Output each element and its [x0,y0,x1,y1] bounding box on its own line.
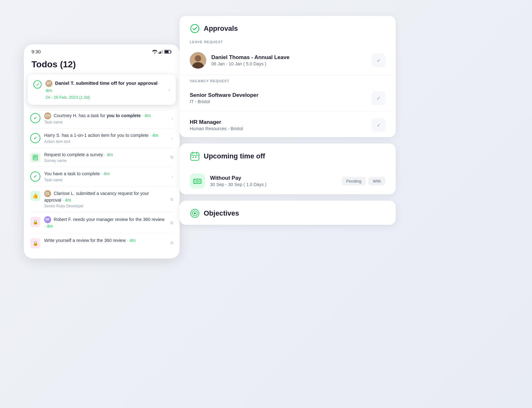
survey-icon [30,152,40,163]
approvals-card: Approvals LEAVE REQUEST Daniel Thomas - … [180,16,396,137]
elevated-todo-meta: 24 - 26 Feb, 2023 (1.0d) [45,95,165,100]
todo-content: CH Courtney H. has a task for you to com… [44,112,168,124]
approve-vacancy-1-button[interactable]: ✓ [372,91,385,105]
timeoff-actions: Pending With [342,177,385,185]
svg-point-28 [194,212,196,215]
signal-icon [159,50,163,54]
todo-title: CL Clarisse L. submitted a vacancy reque… [44,190,167,204]
todo-item[interactable]: 👍 CL Clarisse L. submitted a vacancy req… [30,186,173,213]
svg-point-23 [196,180,199,183]
todo-title: Write yourself a review for the 360 revi… [44,237,167,244]
timeoff-type: Without Pay [210,175,337,181]
todo-content: CL Clarisse L. submitted a vacancy reque… [44,190,167,209]
approval-detail: 06 Jan - 10 Jan ( 5.0 Days ) [211,61,366,66]
timeoff-title: Upcoming time off [204,152,265,160]
vacancy-detail-1: IT - Bristol [190,99,372,104]
svg-rect-1 [159,52,160,54]
check-circle-icon [30,171,40,182]
divider [180,75,396,75]
chevron-icon: › [172,174,173,179]
target-icon [190,208,200,218]
svg-rect-20 [193,157,194,158]
elevated-todo-title: DT Daniel T. submitted time off for your… [45,80,165,94]
todo-title: You have a task to complete · 4m [44,171,168,177]
approvals-title: Approvals [204,24,238,33]
right-panel: Approvals LEAVE REQUEST Daniel Thomas - … [180,16,396,231]
check-circle-icon [30,113,40,123]
todo-subtitle: Task name [44,120,168,124]
todo-item[interactable]: Request to complete a survey · 4m Survey… [30,148,173,167]
svg-rect-3 [161,50,162,54]
todo-content: Request to complete a survey · 4m Survey… [44,152,167,163]
lock2-icon: 🔒 [30,238,40,248]
calendar-icon [190,151,200,161]
todo-subtitle: Action item text [44,139,168,144]
todo-item-elevated[interactable]: DT Daniel T. submitted time off for your… [28,75,176,105]
wifi-icon [152,50,157,54]
pending-badge: Pending [342,177,366,185]
objectives-title: Objectives [204,209,239,217]
todo-content: You have a task to complete · 4m Task na… [44,171,168,182]
todo-subtitle: Task name [44,178,168,182]
approvals-check-icon [190,24,199,33]
todo-subtitle: Survey name [44,158,167,163]
todo-item[interactable]: You have a task to complete · 4m Task na… [30,167,173,186]
check-circle-icon [30,133,40,143]
todo-content: RF Robert F. needs your manager review f… [44,216,167,230]
svg-point-12 [191,24,199,33]
todo-item[interactable]: Harry S. has a 1-on-1 action item for yo… [30,129,173,148]
todo-item[interactable]: CH Courtney H. has a task for you to com… [30,109,173,129]
todo-item[interactable]: 🔒 RF Robert F. needs your manager review… [30,212,173,234]
vacancy-request-label: VACANCY REQUEST [180,79,396,86]
approve-vacancy-2-button[interactable]: ✓ [372,118,385,132]
phone-time: 9:30 [31,49,41,54]
leave-approval-item: Daniel Thomas - Annual Leave 06 Jan - 10… [180,47,396,74]
chevron-icon: › [168,87,170,93]
todo-content: Write yourself a review for the 360 revi… [44,237,167,244]
timeoff-header: Upcoming time off [180,144,396,168]
todos-header: Todos (12) [24,57,180,75]
money-icon [190,173,205,189]
vacancy-item-1: Senior Software Developer IT - Bristol ✓ [180,86,396,110]
courtney-avatar: CH [44,112,51,119]
vacancy-item-2: HR Manager Human Resources - Bristol ✓ [180,113,396,137]
check-icon [190,23,200,34]
divider [180,111,396,112]
chevron-icon: › [172,136,173,141]
svg-rect-4 [162,50,163,54]
external-link-icon: ⧉ [170,220,173,225]
lock-icon: 🔒 [30,217,40,227]
money-icon-svg [193,177,202,185]
vacancy-info-2: HR Manager Human Resources - Bristol [190,119,372,131]
svg-point-14 [195,55,201,62]
robert-avatar: RF [44,216,51,223]
clarisse-avatar: CL [44,190,51,197]
vacancy-detail-2: Human Resources - Bristol [190,126,372,131]
todo-item[interactable]: 🔒 Write yourself a review for the 360 re… [30,234,173,252]
todo-title: CH Courtney H. has a task for you to com… [44,112,168,119]
svg-rect-21 [195,157,196,158]
approvals-header: Approvals [180,16,396,40]
objectives-header: Objectives [180,201,396,225]
timeoff-info: Without Pay 30 Sep - 30 Sep ( 1.0 Days ) [210,175,337,187]
timeoff-dates: 30 Sep - 30 Sep ( 1.0 Days ) [210,182,337,187]
svg-rect-2 [160,51,161,54]
approve-leave-button[interactable]: ✓ [372,53,385,67]
leave-request-label: LEAVE REQUEST [180,40,396,47]
todo-list: CH Courtney H. has a task for you to com… [24,109,180,252]
todo-title: Request to complete a survey · 4m [44,152,167,158]
svg-rect-6 [165,50,169,53]
avatar-svg [190,52,206,69]
svg-point-0 [154,53,155,54]
target-icon-svg [190,209,200,218]
daniel-avatar: DT [45,80,52,87]
thumbup-icon: 👍 [30,191,40,201]
survey-icon-svg [32,155,38,160]
approval-name: Daniel Thomas - Annual Leave [211,54,366,61]
external-link-icon: ⧉ [170,197,173,202]
vacancy-title-2: HR Manager [190,119,372,125]
todo-check-icon [33,80,42,89]
external-link-icon: ⧉ [170,240,173,245]
battery-icon [164,50,172,54]
todo-subtitle: Senior Ruby Developer [44,204,167,208]
